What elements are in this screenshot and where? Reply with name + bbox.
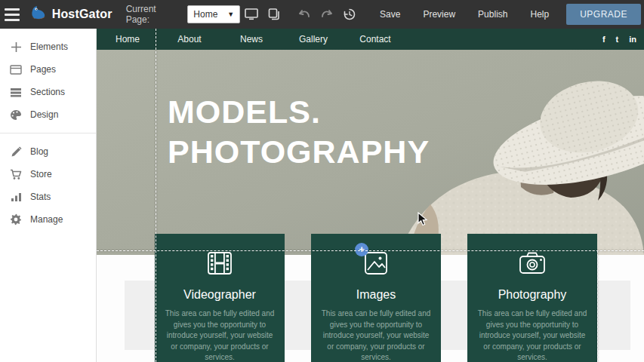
camera-icon — [516, 249, 548, 279]
sidebar-item-label: Blog — [30, 146, 48, 157]
website-builder-app: HostGator Current Page: Home ▼ — [0, 0, 644, 362]
nav-item-contact[interactable]: Contact — [344, 34, 406, 44]
save-button[interactable]: Save — [368, 9, 411, 20]
sidebar-item-label: Manage — [30, 214, 63, 225]
twitter-icon[interactable]: t — [616, 35, 619, 44]
brand-logo: HostGator — [29, 5, 112, 24]
card-body: This area can be fully edited and gives … — [163, 308, 276, 362]
hostgator-gator-icon — [29, 5, 48, 24]
page-select-dropdown[interactable]: Home ▼ — [187, 5, 240, 23]
add-image-badge-icon[interactable]: + — [355, 243, 368, 256]
film-icon — [205, 249, 234, 279]
bar-chart-icon — [9, 190, 23, 204]
cart-icon — [9, 167, 23, 181]
gear-icon — [9, 213, 23, 226]
sidebar-item-label: Elements — [30, 41, 68, 52]
page-select-value: Home — [193, 9, 217, 20]
social-links: f t in — [602, 35, 644, 44]
card-body: This area can be fully edited and gives … — [476, 308, 589, 362]
plus-icon — [9, 40, 23, 54]
sidebar-item-stats[interactable]: Stats — [0, 186, 96, 208]
nav-item-about[interactable]: About — [159, 34, 220, 44]
sidebar-item-label: Sections — [30, 87, 65, 97]
sidebar-item-label: Design — [30, 109, 58, 120]
feature-card-photography[interactable]: Photography This area can be fully edite… — [467, 234, 597, 362]
nav-item-news[interactable]: News — [220, 34, 282, 44]
current-page-label: Current Page: — [126, 4, 180, 25]
sidebar-item-label: Stats — [30, 192, 51, 202]
history-icon[interactable] — [340, 5, 359, 24]
sidebar-item-store[interactable]: Store — [0, 163, 96, 186]
nav-item-gallery[interactable]: Gallery — [282, 34, 344, 44]
hero-section[interactable]: MODELS. PHOTOGRAPHY — [97, 50, 644, 255]
editor-sidebar: Elements Pages Sections Design — [0, 29, 97, 362]
feature-card-videographer[interactable]: Videographer This area can be fully edit… — [155, 234, 285, 362]
sidebar-item-label: Store — [30, 169, 52, 179]
hero-title-line2: PHOTOGRAPHY — [168, 132, 430, 172]
desktop-icon[interactable] — [242, 5, 261, 24]
hero-title-line1: MODELS. — [168, 92, 430, 132]
sidebar-item-design[interactable]: Design — [0, 103, 96, 126]
redo-icon[interactable] — [317, 5, 337, 24]
sidebar-item-blog[interactable]: Blog — [0, 140, 96, 163]
hero-title[interactable]: MODELS. PHOTOGRAPHY — [168, 92, 430, 172]
site-preview-canvas: Home About News Gallery Contact f t in — [97, 29, 644, 362]
publish-button[interactable]: Publish — [467, 9, 519, 20]
sidebar-item-label: Pages — [30, 64, 56, 75]
sidebar-divider — [0, 133, 96, 133]
facebook-icon[interactable]: f — [602, 35, 605, 44]
palette-icon — [9, 108, 23, 121]
site-navbar: Home About News Gallery Contact f t in — [97, 29, 644, 50]
sections-icon — [9, 85, 23, 99]
feature-card-images[interactable]: + Images This area can be fully edited a… — [311, 234, 441, 362]
sidebar-item-manage[interactable]: Manage — [0, 208, 96, 231]
chevron-down-icon: ▼ — [227, 11, 234, 18]
sidebar-item-sections[interactable]: Sections — [0, 81, 96, 103]
mobile-pages-icon[interactable] — [264, 5, 284, 24]
card-body: This area can be fully edited and gives … — [319, 308, 433, 362]
sidebar-item-pages[interactable]: Pages — [0, 58, 96, 81]
card-title: Images — [311, 288, 441, 302]
card-title: Videographer — [155, 288, 285, 302]
brand-name: HostGator — [52, 8, 112, 21]
top-toolbar: HostGator Current Page: Home ▼ — [0, 0, 644, 29]
toolbar-right: Save Preview Publish Help UPGRADE — [240, 4, 644, 25]
upgrade-button[interactable]: UPGRADE — [566, 4, 641, 25]
help-button[interactable]: Help — [519, 9, 560, 20]
preview-button[interactable]: Preview — [411, 9, 467, 20]
sidebar-item-elements[interactable]: Elements — [0, 35, 96, 58]
undo-icon[interactable] — [294, 5, 314, 24]
pencil-icon — [9, 145, 23, 158]
card-title: Photography — [467, 288, 597, 302]
nav-item-home[interactable]: Home — [97, 34, 159, 44]
hamburger-menu-icon[interactable] — [0, 0, 25, 29]
pages-icon — [9, 63, 23, 76]
linkedin-icon[interactable]: in — [629, 35, 636, 44]
